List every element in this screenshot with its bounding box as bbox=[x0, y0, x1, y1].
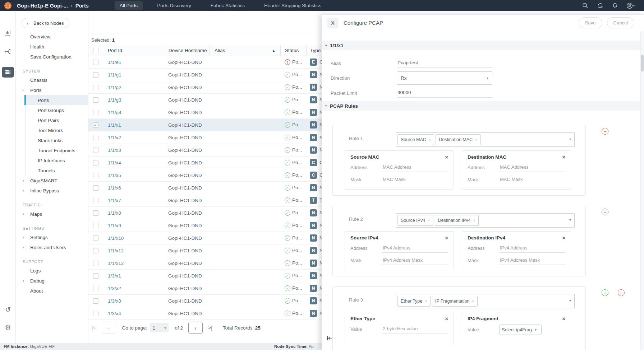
breadcrumb-node[interactable]: Gopi-Hc1p-E Gopi-... bbox=[17, 3, 68, 9]
remove-rule-button[interactable]: − bbox=[602, 209, 608, 215]
sidebar-item-ports[interactable]: Ports bbox=[16, 95, 88, 105]
row-checkbox[interactable] bbox=[93, 223, 98, 228]
field-input[interactable]: IPv4 Address bbox=[499, 244, 565, 253]
search-icon[interactable] bbox=[582, 3, 588, 9]
filter-chip-destination-mac[interactable]: Destination MAC× bbox=[436, 134, 480, 145]
rule-criteria-multiselect[interactable]: Source MAC×Destination MAC×▾ bbox=[396, 132, 575, 147]
alias-input[interactable]: Pcap-test bbox=[397, 59, 492, 68]
port-id-link[interactable]: 1/1/g4 bbox=[108, 110, 121, 115]
settings-gear-icon[interactable]: ⚙ bbox=[0, 324, 16, 331]
table-row[interactable]: 1/1/g3Gopi-HC1-DND✓Po...NN bbox=[88, 94, 322, 106]
refresh-icon[interactable] bbox=[597, 3, 603, 9]
sidebar-item-inline-bypass[interactable]: ›Inline Bypass bbox=[16, 186, 88, 196]
row-checkbox[interactable] bbox=[93, 173, 98, 178]
port-id-link[interactable]: 1/1/g2 bbox=[108, 85, 121, 90]
sidebar-item-chassis[interactable]: Chassis bbox=[16, 75, 88, 85]
row-checkbox[interactable] bbox=[93, 248, 98, 253]
port-id-link[interactable]: 1/1/x7 bbox=[108, 198, 121, 203]
sidebar-item-tunnel-endpoints[interactable]: Tunnel Endpoints bbox=[16, 145, 88, 155]
port-id-link[interactable]: 1/3/x3 bbox=[108, 298, 121, 304]
chip-remove-icon[interactable]: × bbox=[429, 137, 431, 142]
sidebar-item-save-configuration[interactable]: Save Configuration bbox=[16, 52, 88, 62]
remove-rule-button[interactable]: − bbox=[618, 289, 625, 296]
sidebar-item-port-groups[interactable]: Port Groups bbox=[16, 105, 88, 115]
sidebar-item-tool-mirrors[interactable]: Tool Mirrors bbox=[16, 125, 88, 135]
page-select[interactable]: 1 ▾ bbox=[150, 323, 169, 332]
field-input[interactable]: IPv4 Address Mask bbox=[382, 256, 448, 265]
add-rule-button[interactable]: + bbox=[602, 289, 608, 296]
row-checkbox[interactable] bbox=[93, 85, 98, 90]
filter-chip-ip-fragmentation[interactable]: IP Fragmentation× bbox=[432, 296, 478, 307]
direction-select[interactable]: Rx ▾ bbox=[397, 71, 492, 85]
table-row[interactable]: 1/1/x5Gopi-HC1-DND✓Po...CC bbox=[88, 169, 322, 182]
node-icon[interactable] bbox=[2, 67, 14, 78]
back-to-nodes-button[interactable]: ← Back to Nodes bbox=[22, 18, 69, 28]
port-id-link[interactable]: 1/1/x11 bbox=[108, 248, 123, 253]
row-checkbox[interactable]: ✓ bbox=[93, 122, 98, 128]
chip-remove-icon[interactable]: × bbox=[472, 299, 474, 303]
column-header-alias[interactable]: Alias ▲ bbox=[209, 45, 280, 56]
packet-limit-input[interactable]: 40000 bbox=[397, 88, 492, 98]
column-header-status[interactable]: Status bbox=[280, 45, 306, 56]
remove-filter-icon[interactable]: × bbox=[562, 235, 565, 241]
remove-filter-icon[interactable]: × bbox=[445, 235, 448, 241]
ip4frag-select[interactable]: Select ip4Frag...▾ bbox=[499, 325, 542, 335]
rule-criteria-multiselect[interactable]: Source IPv4×Destination IPv4×▾ bbox=[396, 213, 575, 228]
collapse-panel-icon[interactable] bbox=[327, 336, 332, 342]
port-id-link[interactable]: 1/1/x1 bbox=[108, 122, 121, 128]
port-id-link[interactable]: 1/1/x9 bbox=[108, 223, 121, 228]
last-page-button[interactable]: >| bbox=[208, 325, 212, 331]
filter-chip-destination-ipv4[interactable]: Destination IPv4× bbox=[435, 215, 479, 226]
field-input[interactable]: 2-byte Hex value bbox=[382, 325, 448, 333]
tab-fabric-statistics[interactable]: Fabric Statistics bbox=[206, 1, 250, 10]
remove-filter-icon[interactable]: × bbox=[445, 154, 448, 160]
port-id-link[interactable]: 1/1/x2 bbox=[108, 135, 121, 140]
sidebar-item-roles-and-users[interactable]: ›Roles and Users bbox=[16, 242, 88, 252]
port-id-link[interactable]: 1/1/x10 bbox=[108, 235, 124, 241]
port-id-link[interactable]: 1/1/g3 bbox=[108, 97, 121, 103]
rule-criteria-multiselect[interactable]: Ether Type×IP Fragmentation×▾ bbox=[396, 294, 575, 308]
port-id-link[interactable]: 1/1/x8 bbox=[108, 210, 121, 216]
table-row[interactable]: 1/1/x9Gopi-HC1-DND✓Po...NN bbox=[88, 219, 322, 232]
sidebar-item-overview[interactable]: Overview bbox=[16, 32, 88, 42]
table-row[interactable]: 1/1/x10Gopi-HC1-DND✓Po...NN bbox=[88, 232, 322, 244]
row-checkbox[interactable] bbox=[93, 210, 98, 216]
tab-all-ports[interactable]: All Ports bbox=[115, 1, 143, 10]
sidebar-item-maps[interactable]: ›Maps bbox=[16, 209, 88, 219]
field-input[interactable]: MAC Address bbox=[382, 163, 448, 172]
column-header-port-id[interactable]: Port Id bbox=[103, 45, 163, 56]
port-id-link[interactable]: 1/1/x4 bbox=[108, 160, 121, 165]
table-row[interactable]: 1/3/x3Gopi-HC1-DND✓Po...NN bbox=[88, 295, 322, 307]
remove-filter-icon[interactable]: × bbox=[445, 316, 448, 321]
sidebar-item-settings[interactable]: ›Settings bbox=[16, 232, 88, 242]
row-checkbox[interactable] bbox=[93, 185, 98, 191]
traffic-flow-icon[interactable] bbox=[0, 48, 16, 56]
sidebar-item-port-pairs[interactable]: Port Pairs bbox=[16, 115, 88, 125]
sidebar-item-ip-interfaces[interactable]: IP Interfaces bbox=[16, 155, 88, 165]
sidebar-item-health[interactable]: Health bbox=[16, 42, 88, 52]
table-row[interactable]: 1/1/g1Gopi-HC1-DND✓Po...NN bbox=[88, 69, 322, 81]
user-menu-icon[interactable]: ▾ bbox=[626, 3, 635, 9]
chip-remove-icon[interactable]: × bbox=[473, 218, 475, 223]
table-row[interactable]: 1/3/x1Gopi-HC1-DND✓Po...NN bbox=[88, 270, 322, 282]
row-checkbox[interactable] bbox=[93, 148, 98, 153]
chip-remove-icon[interactable]: × bbox=[428, 218, 430, 223]
filter-chip-source-mac[interactable]: Source MAC× bbox=[397, 134, 434, 145]
table-row[interactable]: 1/1/e1Gopi-HC1-DND!Po...EG bbox=[88, 56, 322, 69]
sidebar-item-stack-links[interactable]: Stack Links bbox=[16, 135, 88, 145]
table-row[interactable]: 1/1/x8Gopi-HC1-DND✓Po...NN bbox=[88, 207, 322, 219]
prev-page-button[interactable]: ‹ bbox=[102, 322, 116, 334]
row-checkbox[interactable] bbox=[93, 110, 98, 115]
select-all-checkbox[interactable] bbox=[93, 48, 98, 53]
column-header-device-hostname[interactable]: Device Hostname bbox=[163, 45, 209, 56]
port-id-link[interactable]: 1/1/x3 bbox=[108, 148, 121, 153]
column-header-type[interactable]: Type bbox=[306, 45, 322, 56]
tab-ports-discovery[interactable]: Ports Discovery bbox=[152, 1, 196, 10]
row-checkbox[interactable] bbox=[93, 160, 98, 165]
notifications-bell-icon[interactable] bbox=[612, 3, 618, 9]
dashboard-chart-icon[interactable] bbox=[0, 29, 16, 36]
row-checkbox[interactable] bbox=[93, 198, 98, 203]
table-row[interactable]: 1/1/x12Gopi-HC1-DND✓Po...NN bbox=[88, 257, 322, 270]
port-id-link[interactable]: 1/3/x1 bbox=[108, 273, 121, 279]
table-row[interactable]: 1/3/x2Gopi-HC1-DND✓Po...NN bbox=[88, 282, 322, 295]
